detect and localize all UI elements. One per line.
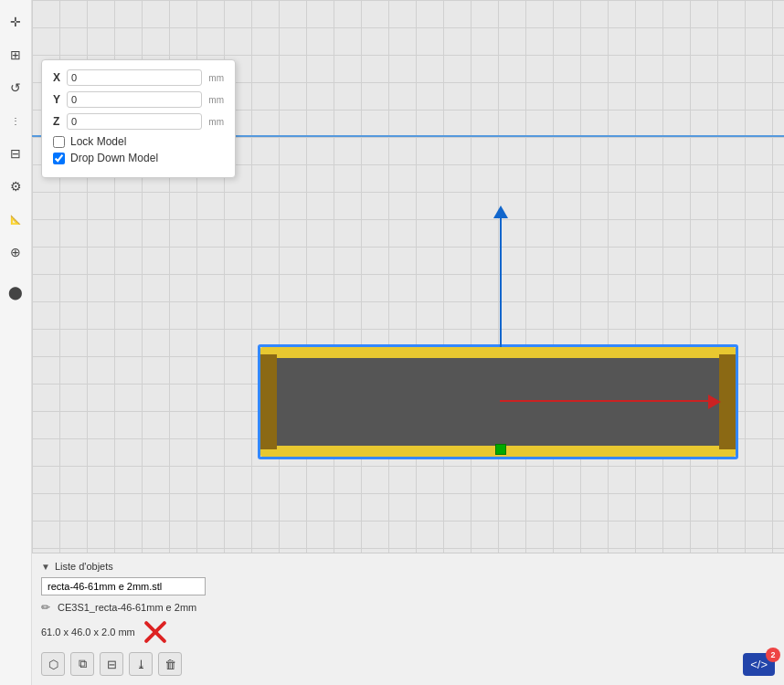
move-tool-button[interactable]: ✛ <box>3 9 28 35</box>
bottom-toolbar: ⬡ ⧉ ⊟ ⤓ 🗑 <box>41 652 775 676</box>
settings-tool-button[interactable]: ⚙ <box>3 174 28 199</box>
section-arrow-icon: ▼ <box>41 562 50 572</box>
export-tool-button[interactable]: ⤓ <box>129 652 153 676</box>
lock-model-row: Lock Model <box>53 135 224 148</box>
y-input[interactable] <box>67 91 202 108</box>
layers-tool-button[interactable]: ⊟ <box>3 141 28 166</box>
cube-tool-button[interactable]: ⬡ <box>41 652 65 676</box>
arrow-right-line <box>500 400 710 402</box>
arrow-right-head <box>708 395 721 409</box>
transform-handle[interactable] <box>495 444 506 455</box>
y-unit: mm <box>206 95 224 105</box>
position-panel: X mm Y mm Z mm Lock Model Drop Down Mode… <box>41 59 236 178</box>
duplicate-tool-button[interactable]: ⧉ <box>70 652 94 676</box>
x-label: X <box>53 71 67 84</box>
cylinder-tool-button[interactable]: ⬤ <box>3 279 28 305</box>
y-coord-row: Y mm <box>53 91 224 108</box>
x-coord-row: X mm <box>53 69 224 86</box>
notification-badge: 2 <box>766 648 780 662</box>
drop-down-row: Drop Down Model <box>53 152 224 164</box>
delete-tool-button[interactable]: 🗑 <box>158 652 182 676</box>
arrow-up-head <box>493 206 508 218</box>
x-input[interactable] <box>67 69 202 86</box>
drop-down-label: Drop Down Model <box>70 152 158 164</box>
file-name-input[interactable] <box>41 577 206 595</box>
lock-model-label: Lock Model <box>70 135 126 148</box>
split-tool-button[interactable]: ⋮ <box>3 108 28 133</box>
code-button-label: </> <box>750 658 768 671</box>
object-info-row: ✏ CE3S1_recta-46-61mm e 2mm <box>41 601 775 614</box>
bottom-panel: ▼ Liste d'objets ✏ CE3S1_recta-46-61mm e… <box>32 553 784 685</box>
undo-tool-button[interactable]: ↺ <box>3 75 28 100</box>
select-tool-button[interactable]: ⊞ <box>3 42 28 68</box>
code-button[interactable]: </> 2 <box>743 653 775 676</box>
y-label: Y <box>53 93 67 106</box>
pencil-icon: ✏ <box>41 601 50 614</box>
drop-down-checkbox[interactable] <box>53 153 65 164</box>
dimensions-text: 61.0 x 46.0 x 2.0 mm <box>41 627 135 638</box>
lock-model-checkbox[interactable] <box>53 136 65 148</box>
code-badge: </> 2 <box>743 653 775 676</box>
object-brown-left <box>260 354 277 449</box>
z-coord-row: Z mm <box>53 113 224 130</box>
delete-x-button[interactable] <box>141 617 170 647</box>
arrange-tool-button[interactable]: ⊕ <box>3 239 28 265</box>
measure-tool-button[interactable]: 📐 <box>3 206 28 232</box>
z-unit: mm <box>206 117 224 127</box>
z-label: Z <box>53 115 67 128</box>
flat-object[interactable] <box>260 347 736 457</box>
z-input[interactable] <box>67 113 202 130</box>
object-brown-right <box>719 354 736 449</box>
section-title: Liste d'objets <box>55 561 113 572</box>
bottom-header: ▼ Liste d'objets <box>41 561 775 572</box>
arrow-up-line <box>500 215 502 347</box>
left-toolbar: ✛ ⊞ ↺ ⋮ ⊟ ⚙ 📐 ⊕ ⬤ <box>0 0 32 685</box>
x-unit: mm <box>206 73 224 83</box>
object-gray-center <box>277 358 719 446</box>
object-name: CE3S1_recta-46-61mm e 2mm <box>58 602 196 613</box>
3d-object-container[interactable] <box>260 347 736 457</box>
dimensions-row: 61.0 x 46.0 x 2.0 mm <box>41 617 775 647</box>
split-bottom-tool-button[interactable]: ⊟ <box>100 652 123 676</box>
